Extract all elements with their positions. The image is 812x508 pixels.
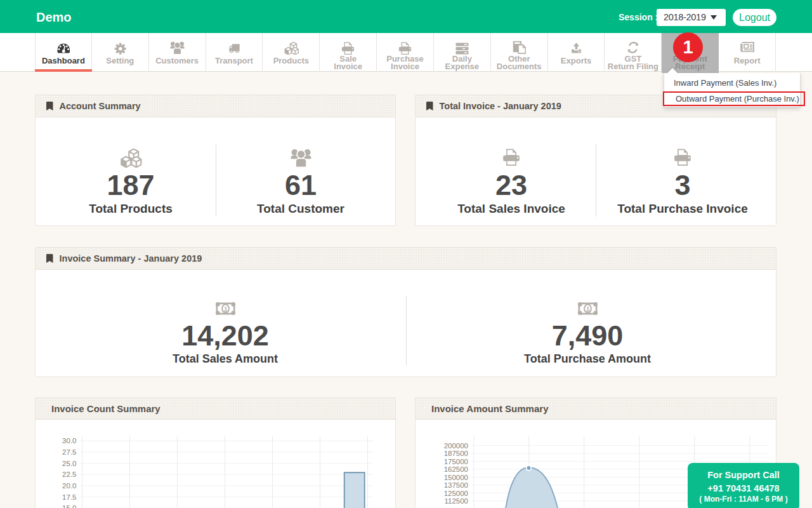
svg-text:15.0: 15.0 xyxy=(62,504,76,508)
svg-text:27.5: 27.5 xyxy=(62,448,76,456)
svg-text:22.5: 22.5 xyxy=(62,471,76,478)
svg-text:187500: 187500 xyxy=(444,450,468,457)
svg-text:25.0: 25.0 xyxy=(62,460,76,467)
svg-text:175000: 175000 xyxy=(444,458,468,465)
svg-text:17.5: 17.5 xyxy=(62,493,76,501)
svg-text:137500: 137500 xyxy=(444,481,468,489)
svg-text:150000: 150000 xyxy=(444,474,468,481)
svg-text:200000: 200000 xyxy=(444,442,468,450)
svg-text:1: 1 xyxy=(224,305,228,312)
svg-text:162500: 162500 xyxy=(444,465,468,473)
svg-text:20.0: 20.0 xyxy=(62,482,76,490)
svg-text:1: 1 xyxy=(586,305,590,312)
svg-text:112500: 112500 xyxy=(444,497,468,505)
svg-text:30.0: 30.0 xyxy=(62,437,76,444)
svg-text:125000: 125000 xyxy=(444,490,468,497)
